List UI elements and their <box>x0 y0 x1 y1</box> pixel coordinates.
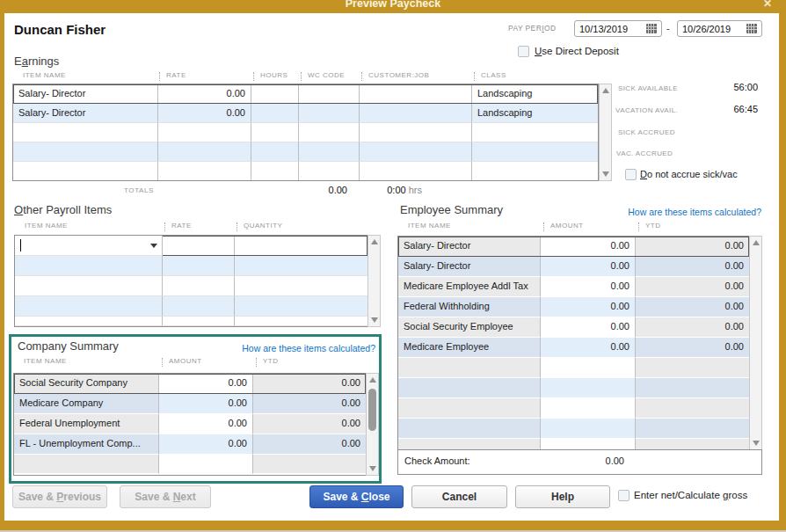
cell-item-name[interactable]: Salary- Director <box>13 84 158 104</box>
pay-period-end-value[interactable]: 10/26/2019 <box>682 24 746 34</box>
save-close-button[interactable]: Save & Close <box>309 485 404 508</box>
column-header: WC CODE <box>299 71 360 83</box>
cell-amount[interactable]: 0.00 <box>541 317 636 338</box>
employee-summary-column-headers: ITEM NAME AMOUNT YTD <box>399 222 749 233</box>
cell-class[interactable]: Landscaping <box>472 84 598 104</box>
employee-summary-row-empty <box>398 419 749 439</box>
date-range-separator: - <box>666 23 670 33</box>
cell-rate[interactable]: 0.00 <box>158 104 251 123</box>
cell-item-name: Social Security Company <box>14 374 159 394</box>
other-payroll-table <box>14 235 368 327</box>
totals-label: TOTALS <box>124 186 154 194</box>
save-previous-button[interactable]: Save & Previous <box>12 485 107 508</box>
company-summary-help-link[interactable]: How are these items calculated? <box>202 343 375 353</box>
check-amount-value: 0.00 <box>536 455 624 466</box>
other-payroll-scrollbar[interactable] <box>368 235 381 327</box>
close-icon[interactable]: ✕ <box>763 0 772 10</box>
cell-item-name: Salary- Director <box>398 237 541 257</box>
cell-rate[interactable]: 0.00 <box>158 84 251 104</box>
enter-net-checkbox[interactable] <box>618 490 630 501</box>
cell-item-name: Federal Withholding <box>398 297 541 317</box>
use-direct-deposit-checkbox[interactable] <box>518 46 529 57</box>
column-header: RATE <box>163 222 235 233</box>
employee-summary-row: Medicare Employee 0.00 0.00 <box>398 338 749 358</box>
pay-period-end-field[interactable]: 10/26/2019 <box>677 20 762 37</box>
scroll-up-icon[interactable] <box>369 377 376 383</box>
scrollbar-thumb[interactable] <box>368 389 376 431</box>
window-border-bottom <box>0 521 786 530</box>
cell-item-name: Medicare Company <box>14 394 159 414</box>
cancel-button[interactable]: Cancel <box>411 485 507 508</box>
scroll-down-icon[interactable] <box>753 441 760 446</box>
cell-amount[interactable]: 0.00 <box>541 257 636 277</box>
employee-name: Duncan Fisher <box>14 22 106 37</box>
do-not-accrue-checkbox[interactable] <box>625 169 637 180</box>
cell-amount[interactable]: 0.00 <box>159 394 253 414</box>
column-header: HOURS <box>251 71 299 83</box>
company-summary-scrollbar[interactable] <box>366 373 379 476</box>
earnings-scrollbar[interactable] <box>599 84 612 181</box>
employee-summary-help-link[interactable]: How are these items calculated? <box>528 207 761 217</box>
cell-amount[interactable]: 0.00 <box>541 338 636 358</box>
column-header: QUANTITY <box>235 222 368 233</box>
pay-period-start-value[interactable]: 10/13/2019 <box>579 24 646 34</box>
other-payroll-row-empty <box>15 256 368 276</box>
totals-hours: 0:00 hrs <box>350 185 422 195</box>
enter-net-label: Enter net/Calculate gross <box>634 490 747 500</box>
check-amount-label: Check Amount: <box>404 455 470 466</box>
cell-ytd: 0.00 <box>636 277 749 297</box>
company-summary-column-headers: ITEM NAME AMOUNT YTD <box>15 357 366 368</box>
earnings-row: Salary- Director 0.00 Landscaping <box>13 84 598 104</box>
cell-amount[interactable]: 0.00 <box>541 277 636 297</box>
cell-ytd: 0.00 <box>636 297 749 317</box>
cell-amount[interactable]: 0.00 <box>541 237 636 257</box>
pay-period-start-field[interactable]: 10/13/2019 <box>574 20 662 37</box>
earnings-row-empty <box>13 123 598 142</box>
sick-available-value: 56:00 <box>695 82 758 92</box>
cell-wc-code[interactable] <box>299 84 360 104</box>
earnings-column-headers: ITEM NAME RATE HOURS WC CODE CUSTOMER:JO… <box>14 71 598 83</box>
scroll-down-icon[interactable] <box>369 466 376 471</box>
other-payroll-row-empty <box>15 296 368 317</box>
company-summary-row: Social Security Company 0.00 0.00 <box>14 374 366 394</box>
cell-customer-job[interactable] <box>360 104 472 123</box>
employee-summary-row: Medicare Employee Addl Tax 0.00 0.00 <box>398 277 749 297</box>
help-button[interactable]: Help <box>515 485 610 508</box>
cell-customer-job[interactable] <box>360 84 472 104</box>
cell-amount[interactable]: 0.00 <box>541 297 636 317</box>
cell-item-name: FL - Unemployment Comp... <box>14 434 159 455</box>
scroll-up-icon[interactable] <box>753 240 760 245</box>
cell-amount[interactable]: 0.00 <box>159 434 253 455</box>
employee-summary-table: Salary- Director 0.00 0.00 Salary- Direc… <box>397 236 750 450</box>
cell-quantity[interactable] <box>235 236 368 256</box>
employee-summary-scrollbar[interactable] <box>749 236 762 450</box>
cell-rate[interactable] <box>163 236 235 256</box>
other-payroll-row <box>15 236 368 256</box>
column-header: CLASS <box>472 71 598 83</box>
other-payroll-column-headers: ITEM NAME RATE QUANTITY <box>16 222 368 233</box>
cell-hours[interactable] <box>251 104 299 123</box>
item-name-combobox[interactable] <box>15 236 163 256</box>
employee-summary-row: Federal Withholding 0.00 0.00 <box>398 297 749 317</box>
cell-amount[interactable]: 0.00 <box>159 374 253 394</box>
chevron-down-icon[interactable] <box>150 244 157 248</box>
calendar-icon[interactable] <box>746 24 757 33</box>
vacation-avail-value: 66:45 <box>695 104 758 114</box>
scroll-up-icon[interactable] <box>602 88 609 93</box>
scroll-up-icon[interactable] <box>371 239 378 244</box>
title-bar: Preview Paycheck ✕ <box>0 0 786 13</box>
cell-item-name: Federal Unemployment <box>14 414 159 434</box>
cell-class[interactable]: Landscaping <box>472 104 598 123</box>
scroll-down-icon[interactable] <box>602 171 609 177</box>
cell-amount[interactable]: 0.00 <box>159 414 253 434</box>
cell-item-name: Medicare Employee Addl Tax <box>398 277 541 297</box>
earnings-table: Salary- Director 0.00 Landscaping Salary… <box>12 84 599 181</box>
column-header: ITEM NAME <box>15 357 160 368</box>
pay-period-label: PAY PERIOD <box>508 24 557 33</box>
cell-wc-code[interactable] <box>299 104 360 123</box>
cell-item-name[interactable]: Salary- Director <box>13 104 158 123</box>
save-next-button[interactable]: Save & Next <box>120 485 211 508</box>
scroll-down-icon[interactable] <box>371 317 378 323</box>
cell-hours[interactable] <box>251 84 299 104</box>
calendar-icon[interactable] <box>646 24 657 33</box>
